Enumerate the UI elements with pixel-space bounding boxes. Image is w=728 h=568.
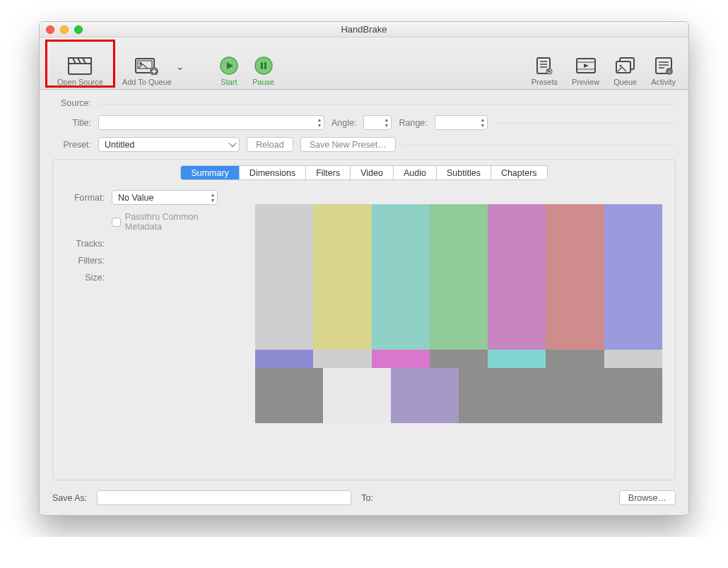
- color-bar: [372, 350, 430, 368]
- format-select[interactable]: No Value ▴▾: [112, 190, 218, 205]
- preview-thumbnail: [255, 204, 662, 423]
- svg-point-27: [619, 64, 621, 66]
- footer-row: Save As: To: Browse…: [52, 490, 676, 505]
- window-title: HandBrake: [40, 24, 688, 35]
- preset-value: Untitled: [105, 140, 134, 150]
- preview-icon: [575, 57, 597, 75]
- play-icon: [220, 57, 238, 75]
- open-source-label: Open Source: [57, 78, 103, 86]
- close-window-button[interactable]: [46, 25, 54, 34]
- queue-icon: [615, 57, 636, 75]
- tab-dimensions[interactable]: Dimensions: [240, 166, 306, 179]
- color-bar: [372, 204, 430, 350]
- format-row: Format: No Value ▴▾: [66, 190, 235, 205]
- pause-label: Pause: [252, 78, 274, 86]
- preview-button[interactable]: Preview: [565, 41, 606, 86]
- toolbar: Open Source Add To Queue ⌄ Start: [40, 37, 688, 90]
- range-label: Range:: [399, 118, 427, 128]
- preset-row: Preset: Untitled Reload Save New Preset…: [52, 137, 676, 152]
- activity-label: Activity: [651, 78, 676, 86]
- svg-line-2: [73, 58, 76, 64]
- clapperboard-icon: [68, 57, 92, 75]
- separator: [403, 145, 676, 146]
- range-select[interactable]: ▴▾: [435, 115, 488, 130]
- save-as-input[interactable]: [97, 490, 351, 505]
- titlebar: HandBrake: [40, 22, 688, 37]
- maximize-window-button[interactable]: [74, 25, 83, 34]
- browse-button[interactable]: Browse…: [619, 490, 676, 505]
- title-row: Title: ▴▾ Angle: ▴▾ Range: ▴▾: [52, 115, 676, 130]
- passthru-label: Passthru Common Metadata: [125, 212, 235, 232]
- color-bar: [323, 368, 391, 423]
- color-bar: [604, 350, 662, 368]
- separator: [98, 104, 676, 105]
- color-bar: [546, 204, 604, 350]
- svg-point-20: [546, 68, 553, 74]
- tab-bar: SummaryDimensionsFiltersVideoAudioSubtit…: [180, 165, 547, 180]
- add-to-queue-button[interactable]: Add To Queue: [115, 41, 179, 86]
- queue-label: Queue: [613, 78, 637, 86]
- preview-label: Preview: [572, 78, 599, 86]
- color-bar: [255, 368, 323, 423]
- open-source-highlight: Open Source: [45, 40, 115, 88]
- add-to-queue-label: Add To Queue: [122, 78, 172, 86]
- pause-button[interactable]: Pause: [245, 41, 281, 86]
- start-label: Start: [221, 78, 237, 86]
- tab-summary[interactable]: Summary: [181, 166, 239, 179]
- presets-label: Presets: [532, 78, 558, 86]
- size-label: Size:: [66, 273, 105, 283]
- preset-select[interactable]: Untitled: [98, 137, 240, 152]
- color-bar: [546, 350, 604, 368]
- color-bar: [459, 368, 527, 423]
- minimize-window-button[interactable]: [60, 25, 69, 34]
- tracks-label: Tracks:: [66, 239, 105, 249]
- start-button[interactable]: Start: [213, 41, 245, 86]
- open-source-button[interactable]: Open Source: [50, 41, 110, 86]
- svg-line-4: [83, 58, 86, 64]
- color-bar: [488, 204, 546, 350]
- svg-rect-15: [264, 62, 266, 69]
- color-bar: [604, 204, 662, 350]
- color-bars-main: [255, 204, 662, 350]
- tab-subtitles[interactable]: Subtitles: [437, 166, 491, 179]
- passthru-checkbox[interactable]: [112, 218, 121, 227]
- form-column: Format: No Value ▴▾ Passthru Common Meta…: [66, 190, 235, 470]
- svg-line-3: [78, 58, 81, 64]
- separator: [495, 123, 676, 124]
- color-bar: [527, 368, 594, 423]
- traffic-lights: [40, 25, 83, 34]
- save-as-label: Save As:: [52, 493, 87, 503]
- source-label: Source:: [52, 98, 91, 108]
- tab-video[interactable]: Video: [351, 166, 394, 179]
- save-new-preset-button[interactable]: Save New Preset…: [300, 137, 396, 152]
- color-bar: [430, 350, 488, 368]
- svg-point-13: [255, 57, 272, 74]
- to-label: To:: [361, 493, 373, 503]
- size-row: Size:: [66, 273, 235, 283]
- color-bar: [255, 350, 313, 368]
- add-queue-icon: [135, 57, 159, 75]
- settings-panel: SummaryDimensionsFiltersVideoAudioSubtit…: [52, 159, 676, 480]
- tab-chapters[interactable]: Chapters: [491, 166, 547, 179]
- title-select[interactable]: ▴▾: [98, 115, 324, 130]
- color-bar: [430, 204, 488, 350]
- format-label: Format:: [66, 193, 105, 203]
- preset-label: Preset:: [52, 140, 91, 150]
- title-label: Title:: [52, 118, 91, 128]
- color-bar: [391, 368, 459, 423]
- svg-point-7: [139, 62, 142, 65]
- source-row: Source:: [52, 98, 676, 108]
- tab-audio[interactable]: Audio: [394, 166, 437, 179]
- color-bar: [313, 204, 371, 350]
- reload-button[interactable]: Reload: [247, 137, 293, 152]
- color-bar: [594, 368, 662, 423]
- presets-button[interactable]: Presets: [524, 41, 565, 86]
- angle-select[interactable]: ▴▾: [363, 115, 392, 130]
- svg-marker-24: [584, 64, 589, 68]
- add-to-queue-dropdown[interactable]: ⌄: [176, 55, 184, 72]
- queue-button[interactable]: Queue: [606, 41, 644, 86]
- tab-filters[interactable]: Filters: [306, 166, 351, 179]
- svg-rect-14: [261, 62, 263, 69]
- presets-icon: [535, 57, 553, 75]
- activity-button[interactable]: i Activity: [644, 41, 683, 86]
